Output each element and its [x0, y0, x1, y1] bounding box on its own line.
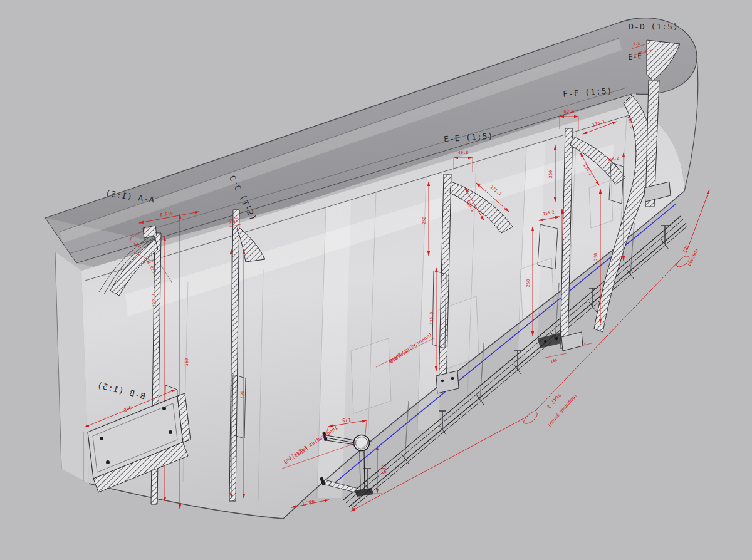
dim-ee-715-3: 715.3: [429, 311, 434, 324]
dim-mid-160: 160: [550, 358, 558, 363]
dim-ee-250: 250: [422, 217, 427, 225]
dim-dd-9-8: 9.8: [634, 41, 640, 46]
footrail-tube-circle: [354, 435, 370, 451]
dim-rail-175: 175: [342, 417, 351, 423]
dim-offset-caption: Abstand: [687, 248, 699, 267]
drawing-canvas: 412.5 131.1 139.1 135.6 289 220 772 A-A …: [0, 0, 752, 560]
cad-viewport[interactable]: 412.5 131.1 139.1 135.6 289 220 772 A-A …: [0, 0, 752, 560]
dim-arc-length: 7647.2: [546, 392, 562, 410]
section-marker-ee: E-E: [628, 52, 643, 61]
dim-ff-250b: 250: [593, 253, 598, 261]
section-label-dd: D-D (1:5): [629, 22, 678, 31]
post: [360, 450, 365, 491]
dim-ff-250: 250: [548, 170, 553, 179]
dim-offset-582: 582: [682, 244, 690, 253]
dim-ff-60-6: 60.6: [564, 109, 575, 114]
dim-ee-40-8: 40.8: [458, 150, 469, 155]
dim-arc-caption: (Bogenmaß genau): [546, 393, 578, 428]
dim-mid-258: 258: [526, 279, 531, 288]
dim-cc-250: 250: [239, 391, 244, 399]
dim-rail-205: 205: [380, 465, 386, 474]
dim-aa-289: 289: [184, 358, 189, 366]
